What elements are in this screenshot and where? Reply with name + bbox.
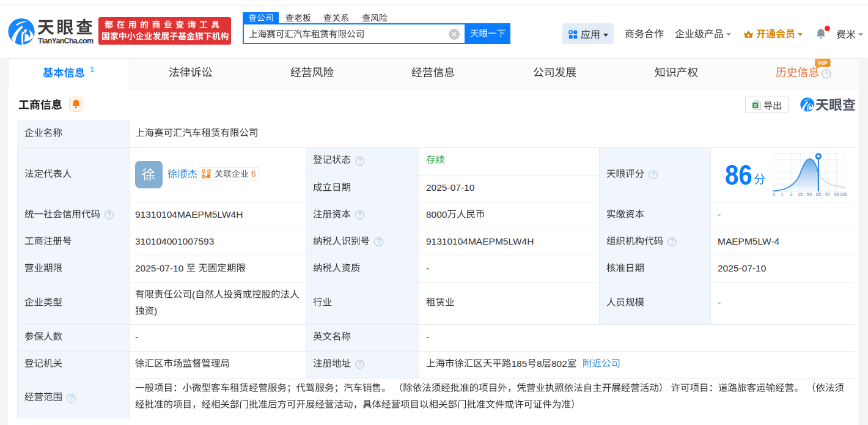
svg-text:310104001007593: 310104001007593 [135,236,214,246]
svg-text:-: - [718,209,721,220]
svg-text:?: ? [358,212,362,218]
svg-text:0: 0 [773,191,775,197]
svg-text:91310104MAEPM5LW4H: 91310104MAEPM5LW4H [135,209,243,220]
svg-text:?: ? [358,361,362,368]
svg-text:1: 1 [781,191,783,197]
svg-text:?: ? [652,171,655,178]
svg-text:86: 86 [725,158,752,191]
svg-text:91310104MAEPM5LW4H: 91310104MAEPM5LW4H [426,236,534,246]
svg-text:185: 185 [512,358,528,369]
svg-text:(: ( [192,289,196,299]
svg-text:-: - [426,331,429,342]
svg-text:8: 8 [537,358,542,369]
svg-text:802: 802 [551,358,567,369]
svg-text:?: ? [108,212,111,218]
svg-text:2025-07-10: 2025-07-10 [718,263,767,273]
svg-text:MAEPM5LW-4: MAEPM5LW-4 [718,236,779,246]
svg-text:100: 100 [840,191,848,197]
svg-text:50: 50 [807,191,812,197]
svg-text:1: 1 [90,65,94,74]
svg-text:2025-07-10: 2025-07-10 [426,182,475,192]
svg-text:15: 15 [798,191,803,197]
svg-text:99: 99 [834,191,839,197]
svg-text:): ) [154,305,157,316]
svg-text:3: 3 [790,191,792,197]
svg-text:85: 85 [816,191,821,197]
svg-text:?: ? [671,238,674,245]
svg-text:97: 97 [825,191,830,197]
svg-text:-: - [135,331,138,342]
svg-text:VIP: VIP [818,59,828,66]
svg-text:?: ? [825,70,828,77]
svg-text:?: ? [70,395,73,402]
svg-text:-: - [426,263,429,273]
svg-text:?: ? [377,238,381,245]
svg-text:?: ? [358,158,362,164]
svg-text:X: X [754,103,757,108]
svg-text:TianYanCha.com: TianYanCha.com [38,37,94,45]
svg-text:-: - [718,297,721,308]
svg-text:2025-07-10: 2025-07-10 [135,263,186,273]
svg-text:8000: 8000 [426,209,447,220]
svg-text:6: 6 [251,169,256,179]
